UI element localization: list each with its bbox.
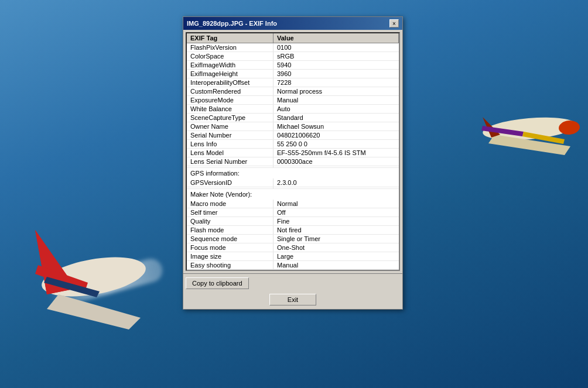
cell-tag: Image size	[187, 252, 274, 260]
cell-value: Single or Timer	[274, 235, 399, 243]
col-header-exif: EXIF Tag	[187, 33, 274, 43]
table-row: QualityFine	[187, 217, 399, 226]
cell-value	[274, 166, 399, 167]
cell-value: Michael Sowsun	[274, 122, 399, 131]
cell-value: Fine	[274, 217, 399, 225]
button-area: Copy to clipboard Exit	[183, 273, 402, 309]
table-scroll[interactable]: FlashPixVersion0100ColorSpacesRGBExifIma…	[187, 43, 399, 270]
cell-tag: Macro mode	[187, 200, 274, 208]
cell-tag: ExifImageWidth	[187, 61, 274, 69]
table-row: ExifImageHeight3960	[187, 70, 399, 78]
cell-tag: CustomRendered	[187, 87, 274, 95]
table-row: Sequence modeSingle or Timer	[187, 235, 399, 243]
cell-tag	[187, 187, 274, 188]
cell-tag: Flash mode	[187, 226, 274, 234]
cell-tag: ExposureMode	[187, 96, 274, 104]
cell-tag: Focus mode	[187, 243, 274, 252]
cell-value: Standard	[274, 114, 399, 122]
cell-value: 2.3.0.0	[274, 178, 399, 187]
plane-right	[471, 76, 588, 193]
cell-tag: ExifImageHeight	[187, 70, 274, 78]
title-bar-controls: ×	[389, 19, 399, 28]
table-row: White BalanceAuto	[187, 105, 399, 114]
table-row: Lens ModelEF-S55-250mm f/4-5.6 IS STM	[187, 149, 399, 157]
cell-tag: Serial Number	[187, 131, 274, 139]
cell-value: 7228	[274, 78, 399, 87]
cell-tag: Quality	[187, 217, 274, 225]
cell-value: 3960	[274, 70, 399, 78]
table-row: SceneCaptureTypeStandard	[187, 114, 399, 122]
btn-row-copy: Copy to clipboard	[186, 277, 400, 289]
table-row: InteroperabilityOffset7228	[187, 78, 399, 87]
cell-value: 55 250 0 0	[274, 140, 399, 148]
exif-table-container: EXIF Tag Value FlashPixVersion0100ColorS…	[186, 32, 400, 271]
col-header-value: Value	[274, 33, 399, 43]
table-row: Self timerOff	[187, 208, 399, 217]
cell-value: 048021006620	[274, 131, 399, 139]
close-button[interactable]: ×	[389, 19, 399, 28]
cell-tag: Lens Model	[187, 149, 274, 157]
table-row: Image sizeLarge	[187, 252, 399, 261]
section-header: Maker Note (Vendor):	[187, 189, 399, 200]
table-row: ExifImageWidth5940	[187, 61, 399, 70]
table-row: GPSVersionID2.3.0.0	[187, 178, 399, 187]
cell-tag	[187, 166, 274, 167]
exit-button[interactable]: Exit	[269, 294, 316, 305]
cell-tag: Owner Name	[187, 122, 274, 131]
cell-value: Auto	[274, 105, 399, 113]
table-row: Focus modeOne-Shot	[187, 243, 399, 252]
table-row: ColorSpacesRGB	[187, 52, 399, 61]
table-row: Serial Number048021006620	[187, 131, 399, 140]
cell-tag: SceneCaptureType	[187, 114, 274, 122]
cell-value: Normal	[274, 200, 399, 208]
cell-tag: Lens Serial Number	[187, 157, 274, 166]
dialog-title: IMG_8928dpp.JPG - EXIF Info	[187, 20, 277, 27]
table-row: FlashPixVersion0100	[187, 43, 399, 52]
cell-tag: Lens Info	[187, 140, 274, 148]
cell-value: Off	[274, 208, 399, 217]
table-row: Flash modeNot fired	[187, 226, 399, 235]
table-row: CustomRenderedNormal process	[187, 87, 399, 96]
cell-value: Not fired	[274, 226, 399, 234]
table-row: ExposureModeManual	[187, 96, 399, 105]
btn-row-exit: Exit	[186, 294, 400, 305]
cell-tag: Easy shooting	[187, 261, 274, 269]
table-row: Lens Serial Number0000300ace	[187, 157, 399, 166]
exif-dialog: IMG_8928dpp.JPG - EXIF Info × EXIF Tag V…	[183, 16, 403, 310]
cell-tag: Sequence mode	[187, 235, 274, 243]
title-bar: IMG_8928dpp.JPG - EXIF Info ×	[183, 17, 402, 30]
cell-value: Manual	[274, 261, 399, 269]
table-header: EXIF Tag Value	[187, 33, 399, 43]
table-row: Easy shootingManual	[187, 261, 399, 270]
cell-tag: ColorSpace	[187, 52, 274, 60]
cell-value: One-Shot	[274, 243, 399, 252]
copy-to-clipboard-button[interactable]: Copy to clipboard	[186, 277, 249, 289]
table-row: Lens Info55 250 0 0	[187, 140, 399, 149]
cell-tag: InteroperabilityOffset	[187, 78, 274, 87]
cell-value: EF-S55-250mm f/4-5.6 IS STM	[274, 149, 399, 157]
cell-tag: GPSVersionID	[187, 178, 274, 187]
table-row: Owner NameMichael Sowsun	[187, 122, 399, 131]
cell-value: 0000300ace	[274, 157, 399, 166]
table-row: Macro modeNormal	[187, 200, 399, 208]
section-header: GPS information:	[187, 168, 399, 178]
cell-value: Large	[274, 252, 399, 260]
cell-tag: FlashPixVersion	[187, 43, 274, 51]
cell-value: 0100	[274, 43, 399, 51]
cell-tag: Self timer	[187, 208, 274, 217]
cell-value: sRGB	[274, 52, 399, 60]
plane-left	[0, 160, 164, 359]
cell-value	[274, 187, 399, 188]
cell-value: Normal process	[274, 87, 399, 95]
cell-value: 5940	[274, 61, 399, 69]
cell-value: Manual	[274, 96, 399, 104]
cell-tag: White Balance	[187, 105, 274, 113]
